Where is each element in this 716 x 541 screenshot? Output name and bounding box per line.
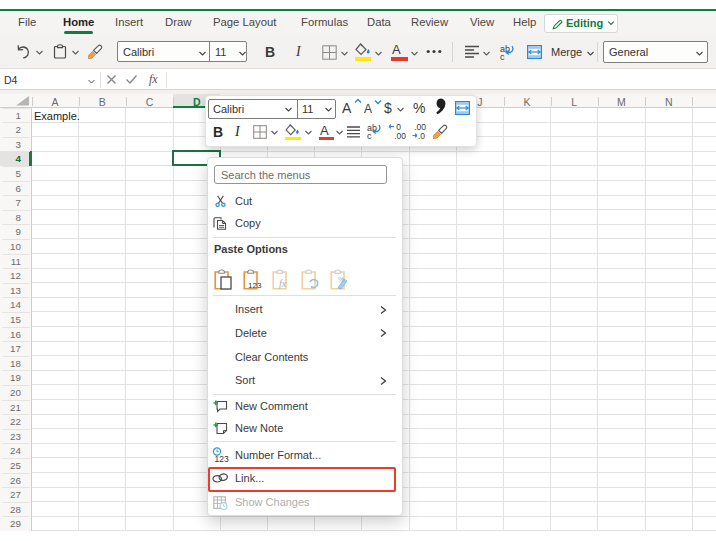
svg-text:c: c — [367, 131, 372, 140]
svg-text:123: 123 — [215, 454, 229, 463]
svg-text:123: 123 — [248, 280, 262, 289]
svg-text:.0: .0 — [418, 131, 425, 140]
svg-text:0: 0 — [396, 123, 401, 132]
svg-text:c: c — [500, 52, 505, 61]
svg-text:fx: fx — [279, 278, 287, 289]
svg-text:%: % — [338, 276, 344, 283]
